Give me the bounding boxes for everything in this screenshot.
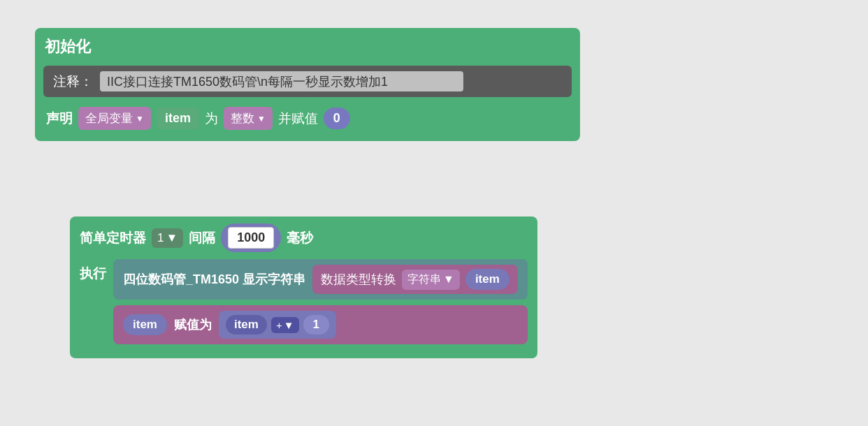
type-dropdown[interactable]: 整数 ▼: [224, 107, 273, 130]
ms-label: 毫秒: [287, 229, 313, 247]
decl-label: 声明: [46, 110, 73, 128]
assign-row: item 赋值为 item + ▼ 1: [113, 305, 528, 344]
init-block: 初始化 注释： 声明 全局变量 ▼ item 为 整数 ▼ 并赋值 0: [35, 28, 580, 141]
plus-block: item + ▼ 1: [219, 311, 336, 339]
timer-dropdown-arrow-icon: ▼: [166, 231, 178, 245]
timer-value-dropdown[interactable]: 1 ▼: [152, 228, 183, 248]
timer-block: 简单定时器 1 ▼ 间隔 1000 毫秒 执行 四位数码管_TM1650 显示字…: [70, 216, 537, 358]
item-convert-var: item: [465, 269, 509, 290]
string-dropdown-arrow-icon: ▼: [443, 273, 454, 286]
exec-content: 四位数码管_TM1650 显示字符串 数据类型转换 字符串 ▼ item ite…: [113, 259, 528, 344]
plus-operator-dropdown[interactable]: + ▼: [271, 317, 299, 333]
string-dropdown[interactable]: 字符串 ▼: [402, 270, 460, 290]
timer-row: 简单定时器 1 ▼ 间隔 1000 毫秒: [80, 223, 528, 252]
exec-row: 执行 四位数码管_TM1650 显示字符串 数据类型转换 字符串 ▼ item: [80, 259, 528, 344]
type-dropdown-arrow-icon: ▼: [257, 114, 266, 124]
comment-row: 注释：: [43, 66, 572, 97]
timer-label: 简单定时器: [80, 229, 146, 247]
assign-verb: 赋值为: [174, 316, 212, 333]
plus-number: 1: [303, 315, 329, 335]
comment-input[interactable]: [100, 71, 463, 91]
ms-connector: 1000: [221, 223, 281, 252]
dropdown-arrow-icon: ▼: [136, 114, 144, 124]
comment-label: 注释：: [53, 73, 93, 91]
as-label: 为: [205, 110, 218, 128]
interval-label: 间隔: [189, 229, 215, 247]
convert-block: 数据类型转换 字符串 ▼ item: [312, 265, 518, 294]
interval-value[interactable]: 1000: [228, 227, 274, 249]
exec-label: 执行: [80, 259, 106, 283]
assign-item-var: item: [123, 314, 167, 335]
global-var-dropdown[interactable]: 全局变量 ▼: [78, 107, 151, 130]
display-label: 四位数码管_TM1650 显示字符串: [123, 271, 305, 288]
display-row: 四位数码管_TM1650 显示字符串 数据类型转换 字符串 ▼ item: [113, 259, 528, 300]
initial-value[interactable]: 0: [324, 108, 350, 129]
plus-item-var: item: [226, 315, 267, 335]
assign-label: 并赋值: [278, 110, 318, 128]
item-variable: item: [157, 108, 199, 129]
init-title: 初始化: [43, 35, 98, 63]
decl-row: 声明 全局变量 ▼ item 为 整数 ▼ 并赋值 0: [43, 104, 572, 130]
convert-label: 数据类型转换: [321, 271, 396, 288]
op-dropdown-arrow-icon: ▼: [284, 319, 294, 331]
